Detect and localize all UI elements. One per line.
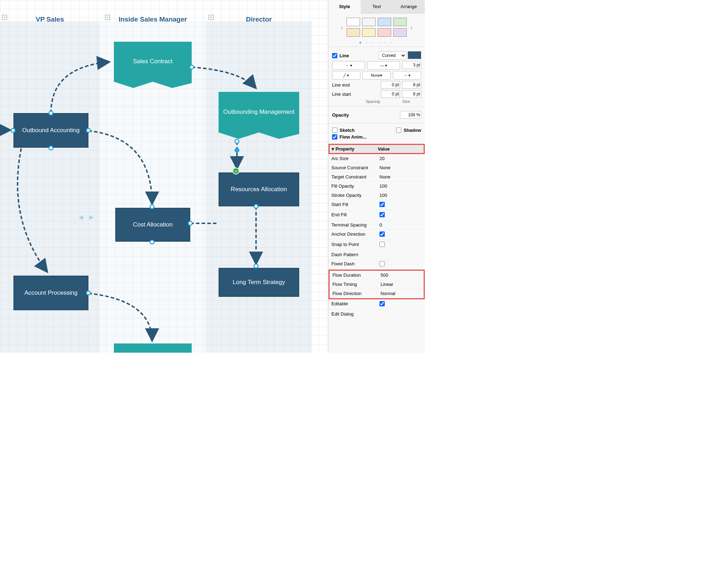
- line-type-select[interactable]: Curved: [379, 51, 406, 60]
- connection-point[interactable]: [254, 204, 259, 209]
- line-end-spacing[interactable]: [381, 81, 400, 89]
- flow-props-highlight: Flow Duration500 Flow TimingLinear Flow …: [329, 270, 425, 299]
- line-start-size[interactable]: [402, 90, 421, 98]
- palette-pager: ● ○ ○ ○ ○ ○: [329, 38, 425, 47]
- connection-point[interactable]: [86, 290, 91, 295]
- swatch[interactable]: [393, 18, 407, 26]
- line-color-swatch[interactable]: [408, 51, 421, 59]
- connection-point[interactable]: [48, 111, 53, 116]
- direction-hint-right: ►: [88, 213, 95, 222]
- prop-anchor-direction[interactable]: Anchor Direction: [329, 230, 425, 240]
- node-label: Outbounding Management: [223, 108, 294, 116]
- connection-point[interactable]: [11, 128, 16, 133]
- prop-dash-pattern[interactable]: Dash Pattern: [329, 250, 425, 259]
- sketch-checkbox[interactable]: Sketch: [332, 128, 355, 133]
- shadow-checkbox[interactable]: Shadow: [396, 128, 421, 133]
- tab-arrange[interactable]: Arrange: [393, 0, 425, 13]
- connection-point[interactable]: [234, 139, 239, 144]
- prop-fill-opacity[interactable]: Fill Opacity100: [329, 182, 425, 191]
- node-cost-allocation[interactable]: Cost Allocation: [115, 208, 190, 242]
- tab-style[interactable]: Style: [329, 0, 361, 13]
- opacity-input[interactable]: [400, 111, 421, 119]
- swatch[interactable]: [378, 18, 391, 26]
- prop-arc-size[interactable]: Arc Size20: [329, 154, 425, 163]
- swatch[interactable]: [362, 28, 376, 37]
- prop-col-value: Value: [376, 145, 424, 153]
- prop-flow-direction[interactable]: Flow DirectionNormal: [330, 289, 424, 298]
- node-label: Account Processing: [24, 289, 77, 296]
- node-label: Outbound Accounting: [22, 127, 80, 134]
- line-start-label: Line start: [332, 92, 351, 97]
- line-start-spacing[interactable]: [381, 90, 400, 98]
- arrow-start-select[interactable]: → ▾: [332, 61, 365, 70]
- prop-end-fill[interactable]: End Fill: [329, 210, 425, 220]
- connection-point[interactable]: [150, 204, 155, 209]
- palette-next-icon[interactable]: ›: [409, 23, 414, 31]
- waypoint-start-select[interactable]: ╱ ▾: [332, 71, 360, 80]
- direction-hint-left: ◄: [77, 213, 85, 222]
- prop-start-fill[interactable]: Start Fill: [329, 200, 425, 210]
- swatch[interactable]: [347, 18, 360, 26]
- prop-source-constraint[interactable]: Source ConstraintNone: [329, 163, 425, 172]
- node-label: Resources Allocation: [231, 186, 287, 193]
- node-label: Cost Allocation: [133, 221, 173, 228]
- shadow-label: Shadow: [404, 128, 421, 133]
- swatch[interactable]: [362, 18, 376, 26]
- size-sublabel: Size: [402, 99, 410, 104]
- connection-point[interactable]: [48, 146, 53, 151]
- swatch[interactable]: [347, 28, 360, 37]
- prop-terminal-spacing[interactable]: Terminal Spacing0: [329, 220, 425, 230]
- valid-connection-icon: ×: [232, 167, 239, 175]
- prop-flow-duration[interactable]: Flow Duration500: [330, 271, 424, 280]
- line-label: Line: [340, 53, 349, 58]
- tab-text[interactable]: Text: [361, 0, 393, 13]
- connection-point[interactable]: [86, 128, 91, 133]
- property-table-header: ▾ Property Value: [329, 144, 425, 154]
- connection-point[interactable]: [189, 65, 194, 70]
- node-resources-allocation[interactable]: Resources Allocation: [219, 172, 299, 206]
- connection-point[interactable]: [254, 264, 259, 269]
- prop-stroke-opacity[interactable]: Stroke Opacity100: [329, 191, 425, 200]
- node-partial-bottom[interactable]: [114, 343, 192, 353]
- node-long-term-strategy[interactable]: Long Term Strategy: [219, 268, 299, 297]
- flow-anim-label: Flow Anim...: [340, 134, 366, 140]
- prop-editable[interactable]: Editable: [329, 299, 425, 310]
- prop-target-constraint[interactable]: Target ConstraintNone: [329, 172, 425, 182]
- line-end-label: Line end: [332, 82, 350, 88]
- node-label: Long Term Strategy: [233, 279, 285, 286]
- node-outbound-accounting[interactable]: Outbound Accounting: [13, 113, 88, 148]
- swatch[interactable]: [378, 28, 391, 37]
- prop-edit-dialog[interactable]: Edit Dialog: [329, 310, 425, 319]
- swatch[interactable]: [393, 28, 407, 37]
- prop-col-property: Property: [336, 146, 354, 152]
- lane-title-ism[interactable]: Inside Sales Manager: [100, 9, 206, 30]
- line-end-size[interactable]: [402, 81, 421, 89]
- format-panel: Style Text Arrange ‹ › ● ○ ○ ○ ○ ○ Line …: [328, 0, 425, 353]
- line-weight-input[interactable]: [402, 61, 421, 69]
- style-palette: ‹ ›: [329, 13, 425, 38]
- opacity-label: Opacity: [332, 112, 349, 118]
- sketch-label: Sketch: [340, 128, 355, 133]
- flow-anim-checkbox[interactable]: Flow Anim...: [332, 134, 366, 140]
- connection-point[interactable]: [234, 148, 239, 153]
- spacing-sublabel: Spacing: [366, 99, 380, 104]
- lane-title-vp[interactable]: VP Sales: [0, 9, 100, 30]
- node-label: Sales Contract: [133, 58, 173, 65]
- waypoint-mid-select[interactable]: None ▾: [362, 71, 391, 80]
- node-account-processing[interactable]: Account Processing: [13, 276, 88, 310]
- prop-snap-to-point[interactable]: Snap to Point: [329, 240, 425, 250]
- prop-fixed-dash[interactable]: Fixed Dash: [329, 259, 425, 270]
- line-style-select[interactable]: — ▾: [367, 61, 400, 70]
- arrow-end-select[interactable]: → ▾: [393, 71, 421, 80]
- diagram-canvas[interactable]: − VP Sales − Inside Sales Manager − Dire…: [0, 0, 328, 353]
- palette-prev-icon[interactable]: ‹: [339, 23, 344, 31]
- prop-flow-timing[interactable]: Flow TimingLinear: [330, 280, 424, 289]
- connection-point[interactable]: [150, 240, 155, 245]
- connection-point[interactable]: [188, 221, 193, 226]
- panel-tabs: Style Text Arrange: [329, 0, 425, 13]
- line-checkbox[interactable]: Line: [332, 53, 349, 58]
- lane-title-director[interactable]: Director: [206, 9, 312, 30]
